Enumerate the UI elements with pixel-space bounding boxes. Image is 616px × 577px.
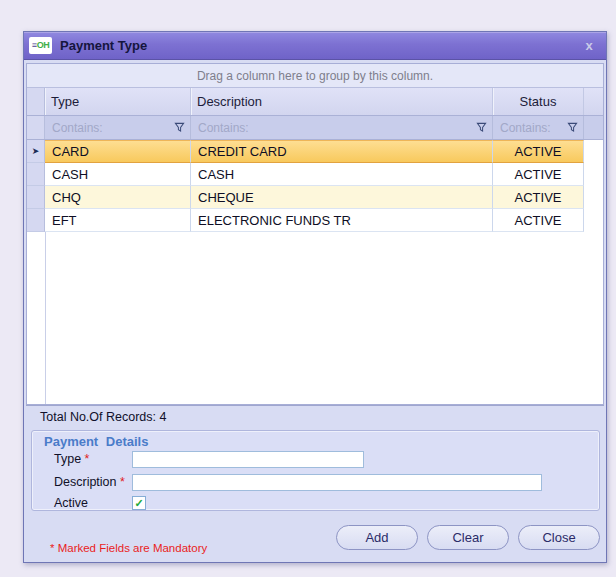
form-row-active: Active ✓ [54,494,587,512]
grid-empty-area [27,232,603,404]
cell-status[interactable]: ACTIVE [493,163,584,186]
payment-type-dialog: ≡OH Payment Type x Drag a column here to… [23,31,607,563]
filter-cell-status[interactable]: Contains: [493,116,584,139]
filter-placeholder-status: Contains: [500,121,567,135]
cell-description[interactable]: CASH [191,163,493,186]
column-header-filler [584,88,603,115]
filter-icon[interactable] [174,122,185,133]
row-indicator-cell [27,163,45,186]
group-by-panel[interactable]: Drag a column here to group by this colu… [27,64,603,88]
window-title: Payment Type [60,38,147,53]
cell-type[interactable]: EFT [45,209,191,232]
cell-description[interactable]: CHEQUE [191,186,493,209]
table-row[interactable]: ➤ CARD CREDIT CARD ACTIVE [27,140,603,163]
cell-type[interactable]: CHQ [45,186,191,209]
grid-status-bar: Total No.Of Records: 4 [26,405,604,428]
payment-type-grid: Drag a column here to group by this colu… [26,63,604,405]
cell-type[interactable]: CARD [45,140,191,163]
filter-icon[interactable] [476,122,487,133]
filter-filler [584,116,603,139]
dialog-button-row: Add Clear Close [336,525,600,550]
record-count: Total No.Of Records: 4 [40,410,166,424]
description-label: Description * [54,475,132,489]
close-icon[interactable]: x [580,38,598,53]
required-marker: * [85,452,90,466]
filter-indicator-cell [27,116,45,139]
grid-header-row: Type Description Status [27,88,603,116]
type-label: Type * [54,452,132,466]
cell-status[interactable]: ACTIVE [493,186,584,209]
filter-placeholder-type: Contains: [52,121,174,135]
group-by-hint: Drag a column here to group by this colu… [197,69,433,83]
clear-button[interactable]: Clear [427,525,509,550]
row-indicator-cell: ➤ [27,140,45,163]
eoh-logo-icon: ≡OH [29,37,52,54]
row-filler [584,140,603,163]
payment-details-groupbox: Payment Details Type * Description * Act… [31,430,600,511]
required-marker: * [120,475,125,489]
row-indicator-cell [27,209,45,232]
cell-type[interactable]: CASH [45,163,191,186]
filter-placeholder-description: Contains: [198,121,476,135]
table-row[interactable]: CHQ CHEQUE ACTIVE [27,186,603,209]
grid-filter-row: Contains: Contains: Contains: [27,116,603,140]
row-filler [584,163,603,186]
mandatory-fields-note: * Marked Fields are Mandatory [50,542,207,554]
add-button[interactable]: Add [336,525,418,550]
form-row-type: Type * [54,450,587,468]
active-label: Active [54,496,132,510]
form-row-description: Description * [54,473,587,491]
title-bar[interactable]: ≡OH Payment Type x [24,32,606,60]
cell-description[interactable]: CREDIT CARD [191,140,493,163]
column-header-type[interactable]: Type [45,88,191,115]
close-button[interactable]: Close [518,525,600,550]
eoh-logo-oh: OH [37,41,50,50]
column-header-status[interactable]: Status [493,88,584,115]
row-filler [584,186,603,209]
row-indicator-header [27,88,45,115]
filter-cell-description[interactable]: Contains: [191,116,493,139]
active-checkbox[interactable]: ✓ [132,496,146,510]
cell-status[interactable]: ACTIVE [493,140,584,163]
description-field[interactable] [132,474,542,491]
filter-icon[interactable] [567,122,578,133]
row-filler [584,209,603,232]
type-field[interactable] [132,451,364,468]
table-row[interactable]: EFT ELECTRONIC FUNDS TR ACTIVE [27,209,603,232]
row-indicator-cell [27,186,45,209]
groupbox-title: Payment Details [44,434,148,449]
column-header-description[interactable]: Description [191,88,493,115]
focused-row-arrow-icon: ➤ [32,147,40,156]
table-row[interactable]: CASH CASH ACTIVE [27,163,603,186]
cell-status[interactable]: ACTIVE [493,209,584,232]
filter-cell-type[interactable]: Contains: [45,116,191,139]
checkmark-icon: ✓ [134,498,143,509]
cell-description[interactable]: ELECTRONIC FUNDS TR [191,209,493,232]
